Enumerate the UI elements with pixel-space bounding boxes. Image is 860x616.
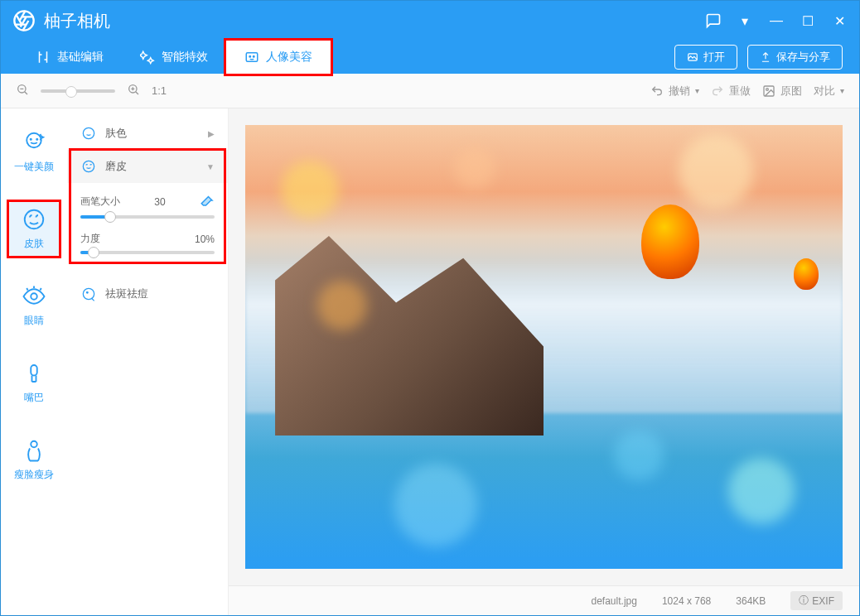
panel-label: 祛斑祛痘 — [105, 286, 148, 301]
filename: default.jpg — [592, 595, 637, 607]
canvas-toolbar: 1:1 撤销 ▾ 重做 原图 对比 ▾ — [1, 74, 859, 108]
strength-slider[interactable] — [80, 251, 215, 254]
sidebar-label: 瘦脸瘦身 — [14, 468, 54, 482]
content-area: 一键美颜 皮肤 眼睛 嘴巴 瘦脸瘦身 肤色 — [1, 108, 859, 615]
options-panel: 肤色 ▶ 磨皮 ▼ 画笔大小 30 力度 — [67, 108, 229, 615]
brush-size-label: 画笔大小 — [80, 195, 120, 209]
exif-button[interactable]: ⓘ EXIF — [790, 591, 843, 610]
svg-point-9 — [27, 133, 41, 148]
maximize-button[interactable]: ☐ — [800, 12, 816, 29]
minimize-button[interactable]: — — [768, 12, 785, 29]
svg-point-16 — [83, 128, 94, 138]
filesize: 364KB — [736, 595, 766, 607]
app-window: 柚子相机 ▾ — ☐ ✕ 基础编辑 智能特效 人像美容 打开 — [0, 0, 860, 616]
tool-label: 撤销 — [669, 84, 690, 99]
sidebar-label: 皮肤 — [24, 237, 44, 251]
tool-label: 对比 — [814, 84, 835, 99]
eraser-icon[interactable] — [200, 193, 215, 210]
tab-label: 基础编辑 — [57, 50, 104, 65]
brush-size-slider[interactable] — [80, 215, 215, 219]
left-sidebar: 一键美颜 皮肤 眼睛 嘴巴 瘦脸瘦身 — [1, 108, 67, 615]
canvas-area: default.jpg 1024 x 768 364KB ⓘ EXIF — [229, 108, 859, 615]
svg-point-10 — [31, 139, 31, 140]
chevron-down-icon: ▼ — [206, 162, 215, 171]
svg-point-19 — [87, 292, 89, 294]
button-label: 打开 — [703, 50, 725, 65]
save-share-button[interactable]: 保存与分享 — [747, 45, 843, 70]
aperture-icon — [12, 9, 36, 32]
undo-button[interactable]: 撤销 ▾ — [650, 84, 699, 99]
tab-label: 智能特效 — [162, 50, 208, 65]
svg-point-15 — [31, 441, 37, 448]
svg-point-18 — [83, 288, 94, 299]
svg-rect-14 — [31, 365, 37, 376]
sidebar-item-eyes[interactable]: 眼睛 — [9, 279, 59, 333]
tab-basic-edit[interactable]: 基础编辑 — [17, 41, 122, 74]
svg-point-12 — [25, 210, 44, 229]
redo-button[interactable]: 重做 — [711, 84, 751, 99]
svg-point-13 — [31, 293, 37, 300]
panel-label: 肤色 — [105, 126, 127, 141]
statusbar: default.jpg 1024 x 768 364KB ⓘ EXIF — [229, 585, 859, 615]
svg-point-11 — [36, 139, 37, 140]
app-title: 柚子相机 — [44, 10, 110, 32]
feedback-icon[interactable] — [705, 12, 722, 29]
svg-rect-1 — [246, 53, 258, 62]
zoom-out-icon[interactable] — [16, 83, 29, 99]
chevron-right-icon: ▶ — [208, 129, 215, 138]
button-label: 保存与分享 — [776, 50, 830, 65]
open-button[interactable]: 打开 — [674, 45, 737, 70]
image-canvas[interactable] — [245, 125, 843, 569]
zoom-in-icon[interactable] — [127, 83, 140, 99]
tool-label: 原图 — [780, 84, 802, 99]
sidebar-label: 一键美颜 — [14, 160, 54, 174]
edited-image — [245, 125, 843, 569]
sidebar-label: 眼睛 — [24, 314, 44, 328]
sidebar-item-auto-beauty[interactable]: 一键美颜 — [9, 125, 59, 179]
close-button[interactable]: ✕ — [831, 12, 848, 29]
panel-item-blemish[interactable]: 祛斑祛痘 — [67, 277, 228, 310]
brush-size-value: 30 — [154, 196, 165, 208]
pin-icon[interactable]: ▾ — [737, 12, 753, 29]
original-button[interactable]: 原图 — [762, 84, 802, 99]
titlebar: 柚子相机 ▾ — ☐ ✕ — [1, 1, 859, 41]
svg-point-3 — [254, 56, 255, 58]
tab-smart-effects[interactable]: 智能特效 — [122, 41, 226, 74]
app-logo: 柚子相机 — [12, 9, 110, 32]
panel-item-skin-color[interactable]: 肤色 ▶ — [67, 117, 228, 150]
sidebar-item-mouth[interactable]: 嘴巴 — [9, 356, 59, 410]
menubar: 基础编辑 智能特效 人像美容 打开 保存与分享 — [1, 41, 859, 74]
strength-value: 10% — [195, 233, 215, 245]
smooth-controls: 画笔大小 30 力度 10% — [67, 183, 228, 277]
sidebar-item-skin[interactable]: 皮肤 — [9, 202, 59, 256]
sidebar-label: 嘴巴 — [24, 391, 44, 405]
svg-point-17 — [83, 161, 94, 171]
panel-label: 磨皮 — [105, 159, 127, 174]
zoom-ratio[interactable]: 1:1 — [152, 84, 167, 97]
strength-label: 力度 — [80, 232, 100, 246]
tab-label: 人像美容 — [266, 50, 312, 65]
panel-item-smooth[interactable]: 磨皮 ▼ — [67, 150, 228, 183]
svg-point-2 — [249, 56, 251, 58]
svg-point-8 — [766, 88, 769, 90]
zoom-slider[interactable] — [41, 89, 115, 93]
tab-portrait-beauty[interactable]: 人像美容 — [226, 41, 331, 74]
compare-button[interactable]: 对比 ▾ — [814, 84, 844, 99]
tool-label: 重做 — [729, 84, 751, 99]
dimensions: 1024 x 768 — [662, 595, 711, 607]
sidebar-item-slim[interactable]: 瘦脸瘦身 — [9, 433, 59, 487]
